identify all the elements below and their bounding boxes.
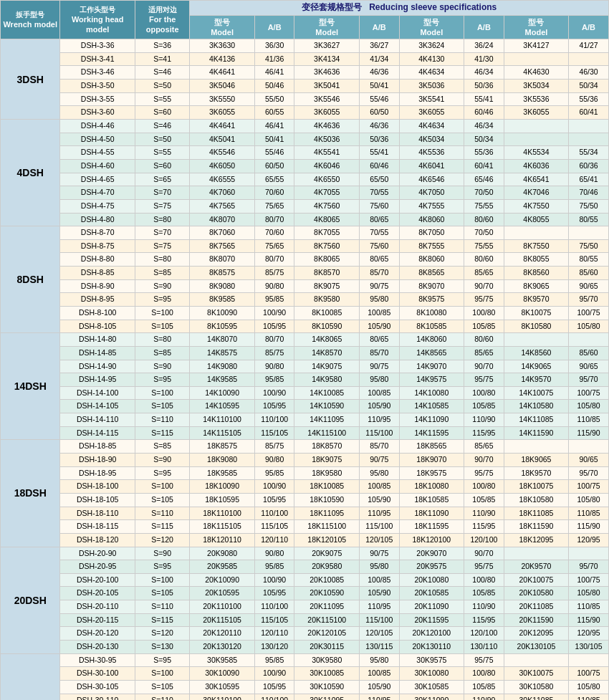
working-head-cell: DSH-18-120 [60, 533, 135, 547]
model3-cell: 18K9070 [399, 454, 464, 467]
model1-cell: 18K10090 [190, 480, 254, 494]
model3-cell: 18K10585 [399, 493, 464, 507]
wrench-model-cell: 8DSH [1, 226, 60, 333]
model4-cell: 4K7550 [504, 199, 568, 213]
opposite-cell: S=95 [135, 560, 190, 574]
model2-cell: 3K4636 [294, 66, 359, 80]
ab1-cell: 50/46 [254, 80, 294, 93]
model1-cell: 4K5041 [190, 133, 254, 146]
model3-cell: 3K3624 [399, 39, 464, 53]
model1-cell: 14K9585 [190, 373, 254, 387]
model2-cell: 8K10085 [294, 307, 359, 320]
opposite-cell: S=115 [135, 613, 190, 627]
ab4-cell: 60/36 [569, 159, 609, 173]
ab3-cell: 60/46 [464, 106, 504, 120]
ab4-cell: 65/41 [569, 173, 609, 186]
model3-cell: 20K11595 [399, 613, 464, 627]
reducing-sleeve-header: 变径套规格型号 Reducing sleeve specifications [190, 1, 609, 16]
model4-cell: 8K7550 [504, 239, 568, 253]
working-head-cell: DSH-4-70 [60, 186, 135, 200]
ab1-cell: 85/75 [254, 440, 294, 454]
ab3-cell: 41/30 [464, 52, 504, 66]
model3-cell: 8K9070 [399, 279, 464, 293]
ab3-cell: 120/100 [464, 627, 504, 641]
model1-cell: 3K5550 [190, 92, 254, 106]
model2-cell: 4K6550 [294, 173, 359, 186]
ab3-cell: 95/75 [464, 466, 504, 480]
ab1-cell: 105/95 [254, 320, 294, 333]
ab3-cell: 95/75 [464, 653, 504, 667]
model3-header: 型号 Model [399, 15, 464, 39]
model4-cell: 14K10580 [504, 400, 568, 413]
model1-cell: 18K9585 [190, 466, 254, 480]
model4-cell [504, 120, 568, 133]
model3-cell: 14K8060 [399, 333, 464, 347]
opposite-cell: S=50 [135, 133, 190, 146]
ab1-cell: 75/65 [254, 239, 294, 253]
ab4-cell: 115/90 [569, 520, 609, 534]
ab1-cell: 100/90 [254, 573, 294, 587]
model3-cell: 20K11090 [399, 600, 464, 614]
ab1-cell: 110/100 [254, 694, 294, 700]
ab2-cell: 90/75 [359, 454, 399, 467]
working-head-cell: DSH-3-55 [60, 92, 135, 106]
ab4-cell: 100/75 [569, 307, 609, 320]
opposite-cell: S=95 [135, 466, 190, 480]
model2-cell: 20K9075 [294, 547, 359, 560]
ab3-cell: 90/70 [464, 547, 504, 560]
ab2-cell: 46/36 [359, 66, 399, 80]
model4-cell: 3K6055 [504, 106, 568, 120]
working-head-cell: DSH-18-110 [60, 507, 135, 520]
model1-cell: 20K115105 [190, 613, 254, 627]
model4-cell [504, 653, 568, 667]
model4-cell: 14K11590 [504, 426, 568, 440]
ab3-cell: 75/55 [464, 239, 504, 253]
model4-cell: 14K10075 [504, 386, 568, 400]
ab1-cell: 120/110 [254, 627, 294, 641]
ab2-cell: 115/100 [359, 426, 399, 440]
ab1-cell: 41/36 [254, 52, 294, 66]
ab1-cell: 80/70 [254, 213, 294, 226]
model2-cell: 8K8570 [294, 267, 359, 280]
ab1-cell: 80/70 [254, 333, 294, 347]
opposite-cell: S=100 [135, 480, 190, 494]
opposite-cell: S=100 [135, 307, 190, 320]
model4-cell: 4K7046 [504, 186, 568, 200]
ab1-cell: 60/50 [254, 159, 294, 173]
opposite-cell: S=46 [135, 66, 190, 80]
model3-cell: 4K7050 [399, 186, 464, 200]
model2-cell: 4K4636 [294, 120, 359, 133]
model3-cell: 14K9070 [399, 360, 464, 373]
ab3-cell: 115/95 [464, 520, 504, 534]
ab3-cell: 55/36 [464, 146, 504, 160]
wrench-model-cell: 3DSH [1, 39, 60, 120]
working-head-cell: DSH-18-95 [60, 466, 135, 480]
model3-cell: 8K8060 [399, 253, 464, 267]
ab2-cell: 41/34 [359, 52, 399, 66]
model3-cell: 20K130110 [399, 641, 464, 654]
model2-cell: 4K5541 [294, 146, 359, 160]
ab3-cell: 105/85 [464, 320, 504, 333]
opposite-cell: S=105 [135, 680, 190, 694]
model3-cell: 18K120100 [399, 533, 464, 547]
model3-cell: 20K10080 [399, 573, 464, 587]
ab3-cell: 110/90 [464, 507, 504, 520]
model4-cell: 3K5034 [504, 80, 568, 93]
model1-cell: 20K9080 [190, 547, 254, 560]
model1-cell: 8K10090 [190, 307, 254, 320]
model4-cell: 8K10075 [504, 307, 568, 320]
model3-cell: 14K11090 [399, 413, 464, 427]
working-head-cell: DSH-3-36 [60, 39, 135, 53]
ab1-cell: 95/85 [254, 293, 294, 307]
working-head-cell: DSH-8-90 [60, 279, 135, 293]
model1-cell: 20K130120 [190, 641, 254, 654]
ab4-cell: 90/65 [569, 360, 609, 373]
model3-cell: 4K4634 [399, 120, 464, 133]
opposite-cell: S=115 [135, 426, 190, 440]
model4-cell: 20K12095 [504, 627, 568, 641]
ab2-cell: 70/55 [359, 186, 399, 200]
opposite-cell: S=85 [135, 440, 190, 454]
model4-cell: 18K10075 [504, 480, 568, 494]
working-head-cell: DSH-8-105 [60, 320, 135, 333]
ab3-cell: 70/50 [464, 226, 504, 240]
